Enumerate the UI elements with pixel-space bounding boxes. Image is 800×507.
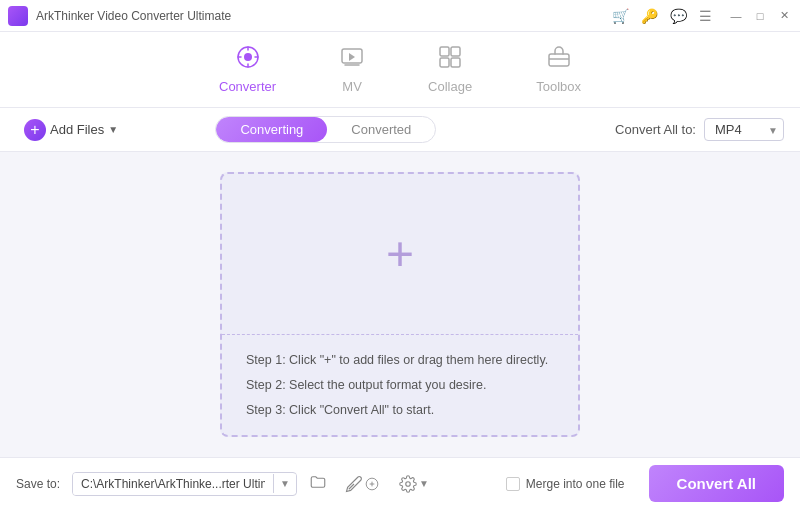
convert-all-to-label: Convert All to: xyxy=(615,122,696,137)
close-button[interactable]: ✕ xyxy=(776,8,792,24)
save-to-label: Save to: xyxy=(16,477,60,491)
title-bar-icons: 🛒 🔑 💬 ☰ xyxy=(612,8,712,24)
svg-point-1 xyxy=(244,53,252,61)
mv-label: MV xyxy=(342,79,362,94)
shop-icon[interactable]: 🛒 xyxy=(612,8,629,24)
plus-icon: + xyxy=(386,230,414,278)
account-icon[interactable]: 🔑 xyxy=(641,8,658,24)
collage-icon xyxy=(438,45,462,75)
add-files-icon: + xyxy=(24,119,46,141)
svg-rect-7 xyxy=(549,54,569,66)
tab-group: Converting Converted xyxy=(215,116,436,143)
nav-item-collage[interactable]: Collage xyxy=(396,37,504,102)
add-files-button[interactable]: + Add Files ▼ xyxy=(16,115,126,145)
merge-label[interactable]: Merge into one file xyxy=(526,477,625,491)
clips-tool-button[interactable] xyxy=(339,471,385,497)
svg-rect-4 xyxy=(451,47,460,56)
main-content: + Step 1: Click "+" to add files or drag… xyxy=(0,152,800,457)
svg-rect-3 xyxy=(440,47,449,56)
converted-tab[interactable]: Converted xyxy=(327,117,435,142)
svg-rect-5 xyxy=(440,58,449,67)
menu-icon[interactable]: ☰ xyxy=(699,8,712,24)
folder-icon-button[interactable] xyxy=(305,469,331,499)
svg-rect-6 xyxy=(451,58,460,67)
convert-all-to: Convert All to: MP4 MKV AVI MOV WMV FLV … xyxy=(615,118,784,141)
window-controls: — □ ✕ xyxy=(728,8,792,24)
add-files-dropdown-arrow: ▼ xyxy=(108,124,118,135)
toolbar: + Add Files ▼ Converting Converted Conve… xyxy=(0,108,800,152)
save-path-dropdown-button[interactable]: ▼ xyxy=(273,474,296,493)
app-title: ArkThinker Video Converter Ultimate xyxy=(36,9,612,23)
converting-tab[interactable]: Converting xyxy=(216,117,327,142)
format-select[interactable]: MP4 MKV AVI MOV WMV FLV MP3 AAC xyxy=(704,118,784,141)
drop-zone-steps: Step 1: Click "+" to add files or drag t… xyxy=(222,335,578,435)
drop-zone[interactable]: + Step 1: Click "+" to add files or drag… xyxy=(220,172,580,437)
toolbox-icon xyxy=(547,45,571,75)
format-select-wrapper: MP4 MKV AVI MOV WMV FLV MP3 AAC ▼ xyxy=(704,118,784,141)
nav-item-mv[interactable]: MV xyxy=(308,37,396,102)
merge-checkbox-group: Merge into one file xyxy=(506,477,625,491)
step2-text: Step 2: Select the output format you des… xyxy=(246,376,554,395)
minimize-button[interactable]: — xyxy=(728,8,744,24)
save-path-input[interactable] xyxy=(73,473,273,495)
nav-item-converter[interactable]: Converter xyxy=(187,37,308,102)
step1-text: Step 1: Click "+" to add files or drag t… xyxy=(246,351,554,370)
mv-icon xyxy=(340,45,364,75)
maximize-button[interactable]: □ xyxy=(752,8,768,24)
title-bar: ArkThinker Video Converter Ultimate 🛒 🔑 … xyxy=(0,0,800,32)
step3-text: Step 3: Click "Convert All" to start. xyxy=(246,401,554,420)
drop-zone-inner[interactable]: + xyxy=(222,174,578,334)
settings-dropdown-arrow: ▼ xyxy=(419,478,429,489)
svg-point-12 xyxy=(406,482,411,487)
nav-bar: Converter MV Collage xyxy=(0,32,800,108)
nav-item-toolbox[interactable]: Toolbox xyxy=(504,37,613,102)
merge-checkbox[interactable] xyxy=(506,477,520,491)
converter-icon xyxy=(236,45,260,75)
add-files-label: Add Files xyxy=(50,122,104,137)
bottom-bar: Save to: ▼ ▼ Merge into one file Convert… xyxy=(0,457,800,507)
collage-label: Collage xyxy=(428,79,472,94)
chat-icon[interactable]: 💬 xyxy=(670,8,687,24)
convert-all-button[interactable]: Convert All xyxy=(649,465,784,502)
app-logo xyxy=(8,6,28,26)
settings-tool-button[interactable]: ▼ xyxy=(393,471,435,497)
toolbox-label: Toolbox xyxy=(536,79,581,94)
converter-label: Converter xyxy=(219,79,276,94)
save-path-wrapper: ▼ xyxy=(72,472,297,496)
